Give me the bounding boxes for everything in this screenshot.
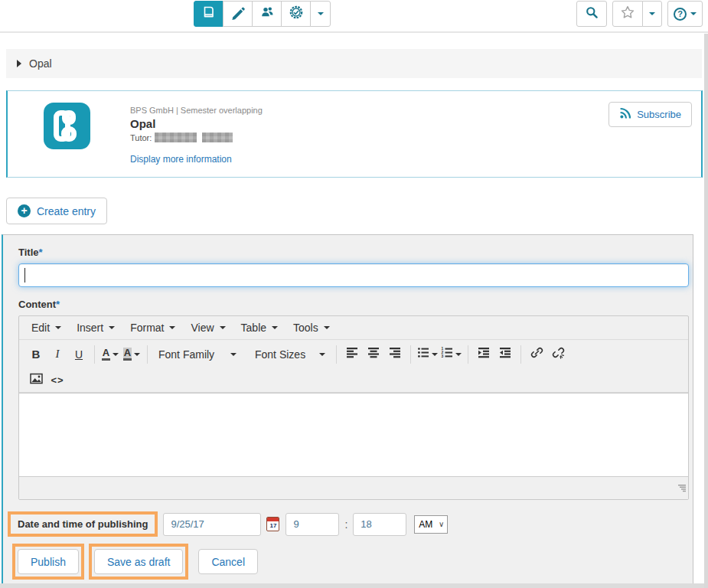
title-field-label: Title*: [18, 247, 693, 260]
text-color-button[interactable]: A: [100, 344, 121, 365]
toolbar-separator: [336, 345, 337, 364]
meridiem-select[interactable]: AM ∨: [414, 515, 448, 534]
menu-table[interactable]: Table: [233, 316, 285, 340]
redacted-tutor-name: [202, 132, 233, 142]
assessment-seal-icon: [289, 5, 304, 23]
required-marker: *: [39, 247, 43, 258]
chevron-down-icon: [109, 326, 115, 329]
align-center-button[interactable]: [363, 344, 384, 365]
subscribe-button[interactable]: Subscribe: [608, 102, 692, 127]
menu-view[interactable]: View: [183, 316, 233, 340]
top-toolbar: ?: [0, 0, 708, 33]
favorite-menu-button[interactable]: [642, 1, 662, 27]
favorite-button[interactable]: [612, 1, 643, 27]
create-entry-label: Create entry: [37, 205, 96, 217]
title-label-text: Title: [18, 247, 39, 258]
unlink-icon: [552, 346, 565, 362]
assessment-tool-button[interactable]: [281, 1, 311, 27]
blog-supertitle: BPS GmbH | Semester overlapping: [130, 106, 263, 115]
breadcrumb-label: Opal: [29, 57, 52, 70]
chevron-down-icon: [272, 326, 278, 329]
course-tools-group: [194, 1, 331, 27]
underline-icon: U: [75, 348, 83, 361]
display-more-information-link[interactable]: Display more information: [130, 154, 263, 165]
insert-image-button[interactable]: [25, 370, 47, 391]
numbered-list-icon: 123: [441, 347, 453, 361]
blog-info-card: BPS GmbH | Semester overlapping Opal Tut…: [6, 90, 703, 178]
menu-tools[interactable]: Tools: [285, 316, 338, 340]
calendar-icon[interactable]: 17: [266, 517, 279, 531]
cancel-button[interactable]: Cancel: [198, 549, 258, 574]
scrollbar[interactable]: [704, 34, 708, 588]
font-sizes-label: Font Sizes: [255, 348, 305, 361]
blog-icon: [44, 103, 90, 149]
hour-input[interactable]: [285, 513, 339, 536]
more-tools-button[interactable]: [310, 1, 331, 27]
chevron-down-icon: [220, 326, 226, 329]
redacted-tutor-name: [155, 132, 197, 142]
publish-button[interactable]: Publish: [18, 549, 79, 574]
italic-button[interactable]: I: [47, 344, 68, 365]
background-color-button[interactable]: A: [121, 344, 142, 365]
select-caret-icon: ∨: [439, 520, 444, 528]
insert-link-button[interactable]: [526, 344, 547, 365]
align-left-button[interactable]: [341, 344, 363, 365]
toolbar-separator: [94, 345, 95, 364]
publish-highlight: Publish: [12, 544, 84, 580]
menu-insert[interactable]: Insert: [69, 316, 122, 340]
blog-title: Opal: [130, 117, 263, 130]
source-code-button[interactable]: <>: [47, 370, 68, 391]
italic-icon: I: [56, 348, 60, 361]
help-icon: ?: [674, 8, 687, 21]
font-family-label: Font Family: [158, 348, 214, 361]
minute-input[interactable]: [353, 513, 406, 536]
menu-edit[interactable]: Edit: [24, 316, 69, 340]
search-button[interactable]: [576, 1, 607, 27]
numbered-list-button[interactable]: 123: [439, 344, 463, 365]
search-icon: [585, 5, 599, 23]
tutor-label: Tutor:: [130, 133, 152, 142]
menu-format[interactable]: Format: [122, 316, 183, 340]
editor-content-area[interactable]: [19, 393, 688, 477]
chevron-down-icon: [55, 326, 61, 329]
font-family-select[interactable]: Font Family: [152, 344, 243, 365]
align-right-button[interactable]: [384, 344, 406, 365]
date-input[interactable]: [163, 513, 261, 536]
indent-button[interactable]: [473, 344, 494, 365]
journal-icon: [201, 5, 217, 24]
save-draft-highlight: Save as draft: [89, 544, 189, 580]
edit-tool-button[interactable]: [223, 1, 253, 27]
publish-datetime-row: Date and time of publishing 17 : AM ∨: [8, 511, 693, 537]
bullet-list-button[interactable]: [416, 344, 439, 365]
underline-button[interactable]: U: [68, 344, 90, 365]
resize-grip[interactable]: [676, 482, 686, 496]
font-sizes-select[interactable]: Font Sizes: [249, 344, 331, 365]
bold-button[interactable]: B: [25, 344, 47, 365]
editor-menubar: Edit Insert Format View Table Tools: [19, 316, 688, 340]
date-label: Date and time of publishing: [11, 514, 155, 534]
chevron-down-icon: [432, 353, 438, 356]
content-field-label: Content*: [18, 299, 693, 312]
participants-icon: [259, 5, 275, 23]
title-input[interactable]: [18, 263, 689, 287]
align-right-icon: [389, 347, 401, 361]
code-icon: <>: [51, 374, 64, 386]
plus-icon: +: [18, 204, 31, 217]
outdent-button[interactable]: [494, 344, 516, 365]
save-as-draft-button[interactable]: Save as draft: [94, 549, 184, 574]
create-entry-button[interactable]: + Create entry: [6, 198, 107, 224]
breadcrumb[interactable]: Opal: [6, 49, 702, 78]
participants-tool-button[interactable]: [252, 1, 282, 27]
editor-toolbar-row1: B I U A A Font Family Font Sizes 123: [19, 340, 688, 368]
calendar-icon-day: 17: [267, 521, 279, 530]
help-button[interactable]: ?: [667, 1, 703, 27]
outdent-icon: [499, 347, 511, 361]
star-icon: [620, 5, 635, 23]
remove-link-button[interactable]: [547, 344, 569, 365]
journal-tool-button[interactable]: [194, 1, 223, 27]
editor-toolbar-row2: <>: [19, 368, 688, 393]
image-icon: [30, 373, 43, 387]
svg-text:3: 3: [442, 354, 444, 358]
blog-meta: BPS GmbH | Semester overlapping Opal Tut…: [130, 106, 263, 165]
align-left-icon: [346, 347, 358, 361]
